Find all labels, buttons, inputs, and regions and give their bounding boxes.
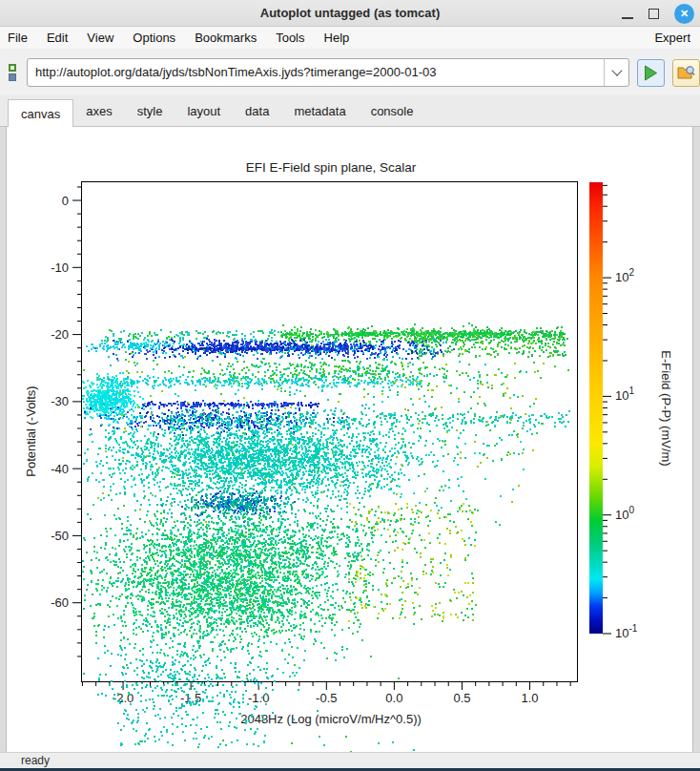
colorbar[interactable] bbox=[589, 182, 603, 634]
folder-magnifier-icon bbox=[677, 65, 695, 81]
y-tick-label: -40 bbox=[51, 462, 69, 476]
address-toolbar: http://autoplot.org/data/jyds/tsbNonTime… bbox=[0, 50, 700, 95]
tab-data[interactable]: data bbox=[233, 97, 281, 126]
menu-tools[interactable]: Tools bbox=[266, 27, 314, 50]
play-icon bbox=[644, 65, 658, 81]
menu-edit[interactable]: Edit bbox=[37, 27, 77, 50]
y-tick-label: -50 bbox=[51, 529, 69, 543]
menu-bookmarks[interactable]: Bookmarks bbox=[185, 27, 266, 50]
colorbar-tick-label: 101 bbox=[615, 386, 634, 403]
menu-options[interactable]: Options bbox=[123, 27, 185, 50]
url-dropdown-button[interactable] bbox=[604, 59, 628, 86]
tab-style[interactable]: style bbox=[125, 97, 175, 126]
app-window: Autoplot untagged (as tomcat) ✕ File Edi… bbox=[0, 0, 700, 771]
chevron-down-icon bbox=[611, 65, 622, 75]
colorbar-tick-label: 100 bbox=[615, 505, 634, 522]
y-tick-label: -10 bbox=[51, 260, 69, 275]
status-bar: ready bbox=[0, 752, 700, 768]
tab-strip: canvas axes style layout data metadata c… bbox=[0, 95, 700, 127]
colorbar-ticks: 10210110010-1 bbox=[603, 185, 638, 640]
window-title: Autoplot untagged (as tomcat) bbox=[0, 6, 700, 20]
close-button[interactable]: ✕ bbox=[674, 4, 694, 24]
menu-help[interactable]: Help bbox=[315, 27, 360, 50]
tab-layout[interactable]: layout bbox=[175, 97, 233, 126]
colorbar-tick-label: 10-1 bbox=[615, 623, 638, 640]
go-plot-button[interactable] bbox=[637, 59, 665, 87]
tab-metadata[interactable]: metadata bbox=[281, 97, 358, 126]
url-input[interactable]: http://autoplot.org/data/jyds/tsbNonTime… bbox=[28, 59, 604, 86]
menu-bar: File Edit View Options Bookmarks Tools H… bbox=[0, 27, 700, 50]
y-tick-label: 0 bbox=[62, 194, 69, 208]
colorbar-tick-label: 102 bbox=[615, 267, 634, 284]
title-bar: Autoplot untagged (as tomcat) ✕ bbox=[0, 0, 700, 27]
plot-title: EFI E-Field spin plane, Scalar bbox=[246, 160, 417, 175]
inspect-file-button[interactable] bbox=[672, 59, 700, 87]
close-icon: ✕ bbox=[680, 8, 689, 20]
y-tick-label: -20 bbox=[51, 327, 69, 342]
tab-axes[interactable]: axes bbox=[73, 97, 124, 126]
scatter-points-canvas[interactable] bbox=[82, 309, 577, 771]
y-axis-ticks: 0-10-20-30-40-50-60 bbox=[51, 187, 81, 656]
status-text: ready bbox=[0, 754, 50, 767]
y-tick-label: -30 bbox=[51, 394, 69, 408]
url-combobox[interactable]: http://autoplot.org/data/jyds/tsbNonTime… bbox=[27, 58, 629, 87]
y-axis-label: Potential (-Volts) bbox=[24, 386, 38, 476]
maximize-button[interactable] bbox=[649, 9, 659, 19]
minimize-button[interactable] bbox=[622, 8, 633, 19]
menu-view[interactable]: View bbox=[77, 27, 123, 50]
tab-canvas[interactable]: canvas bbox=[8, 99, 73, 127]
tab-console[interactable]: console bbox=[359, 97, 426, 126]
y-tick-label: -60 bbox=[51, 595, 69, 610]
expert-mode-label[interactable]: Expert bbox=[645, 27, 700, 50]
data-source-type-icon bbox=[4, 64, 21, 81]
menu-file[interactable]: File bbox=[0, 27, 37, 50]
colorbar-label: E-Field (P-P) (mV/m) bbox=[659, 350, 673, 466]
